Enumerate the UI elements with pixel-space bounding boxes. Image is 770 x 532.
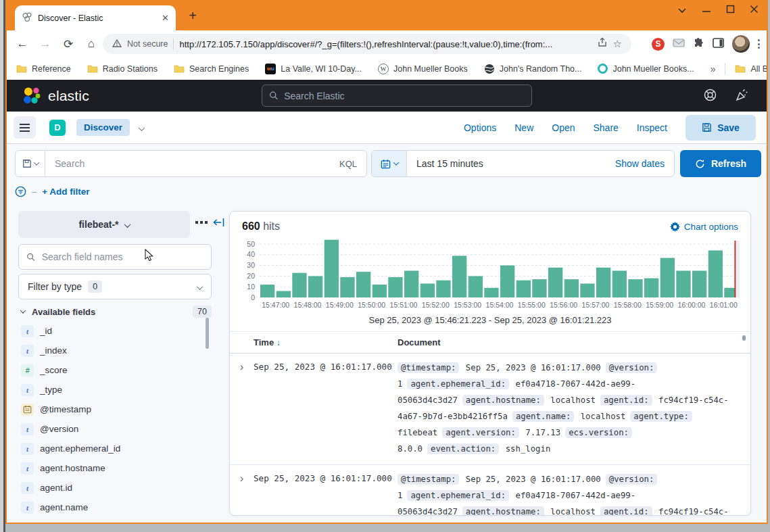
toolbar-link-open[interactable]: Open — [552, 122, 575, 133]
time-range-value[interactable]: Last 15 minutes — [407, 158, 615, 169]
histogram-bar[interactable] — [308, 276, 322, 297]
bookmark-item[interactable]: WJohn Mueller Books — [378, 64, 468, 74]
histogram-bar[interactable] — [276, 291, 291, 298]
histogram-bar[interactable] — [532, 279, 546, 297]
all-bookmarks-button[interactable]: All Bookmarks — [735, 64, 768, 74]
time-column-header[interactable]: Time ↓ — [254, 337, 398, 347]
refresh-button[interactable]: Refresh — [680, 150, 761, 177]
profile-avatar[interactable] — [732, 35, 750, 53]
field-item[interactable]: tagent.name — [21, 498, 200, 517]
bookmark-item[interactable]: Reference — [16, 64, 71, 74]
field-item[interactable]: t_index — [21, 341, 200, 360]
histogram-bar[interactable] — [580, 284, 594, 298]
elastic-logo[interactable]: elastic — [22, 86, 89, 106]
histogram-bar[interactable] — [484, 288, 498, 297]
doc-field-name[interactable]: agent.ephemeral_id: — [407, 379, 509, 389]
histogram-bar[interactable] — [468, 276, 483, 297]
screaming-frog-extension-icon[interactable]: S — [652, 38, 665, 51]
help-icon[interactable] — [703, 88, 717, 105]
histogram-bar[interactable] — [324, 240, 339, 297]
doc-field-name[interactable]: agent.name: — [512, 411, 574, 422]
field-item[interactable]: @timestamp — [21, 400, 200, 419]
window-menu-chevron-icon[interactable] — [677, 4, 687, 16]
document-row[interactable]: ›Sep 25, 2023 @ 16:01:17.000@timestamp: … — [230, 354, 750, 465]
index-pattern-select[interactable]: filebeat-* — [18, 211, 190, 238]
window-minimize-button[interactable] — [702, 4, 711, 16]
field-item[interactable]: t_type — [21, 380, 200, 400]
field-item[interactable]: t_id — [21, 321, 200, 341]
histogram-bar[interactable] — [548, 268, 562, 297]
chart-options-button[interactable]: Chart options — [670, 222, 738, 232]
doc-field-name[interactable]: agent.version: — [442, 427, 519, 438]
bookmark-item[interactable]: wuLa Valle, WI 10-Day... — [265, 64, 362, 74]
new-tab-button[interactable]: + — [184, 7, 201, 25]
side-panel-icon[interactable] — [713, 38, 724, 51]
date-picker-menu[interactable] — [372, 151, 407, 176]
doc-field-name[interactable]: agent.hostname: — [462, 506, 544, 516]
histogram-bar[interactable] — [292, 273, 306, 297]
home-button[interactable]: ⌂ — [80, 37, 103, 51]
reload-button[interactable]: ⟳ — [57, 37, 80, 51]
extensions-puzzle-icon[interactable] — [693, 37, 704, 51]
space-badge[interactable]: D — [49, 120, 66, 136]
histogram-bar[interactable] — [404, 271, 418, 298]
tab-close-icon[interactable]: ✕ — [162, 13, 169, 23]
histogram-bar[interactable] — [436, 281, 450, 297]
available-fields-header[interactable]: Available fields 70 — [21, 306, 212, 318]
histogram-bar[interactable] — [596, 268, 610, 297]
field-item[interactable]: tagent.hostname — [21, 458, 200, 478]
browser-tab[interactable]: Discover - Elastic ✕ — [15, 5, 176, 30]
nav-menu-icon[interactable] — [14, 116, 36, 139]
kql-search-input[interactable] — [45, 158, 339, 169]
add-filter-control[interactable]: – + Add filter — [15, 186, 90, 197]
filter-by-type-select[interactable]: Filter by type 0 — [18, 274, 212, 299]
table-scrollbar[interactable] — [742, 335, 746, 341]
field-item[interactable]: tagent.id — [21, 478, 200, 498]
doc-field-name[interactable]: ecs.version: — [565, 427, 632, 438]
window-close-button[interactable] — [750, 4, 759, 16]
toolbar-link-share[interactable]: Share — [594, 122, 619, 133]
doc-field-name[interactable]: agent.ephemeral_id: — [407, 490, 509, 501]
doc-field-name[interactable]: @timestamp: — [398, 362, 459, 373]
address-bar[interactable]: Not secure http://172.105.7.150/app/disc… — [103, 34, 631, 54]
doc-field-name[interactable]: agent.hostname: — [462, 395, 544, 406]
add-filter-button[interactable]: + Add filter — [42, 187, 89, 197]
histogram-bar[interactable] — [388, 277, 402, 297]
bookmark-star-icon[interactable]: ☆ — [613, 38, 622, 50]
expand-row-icon[interactable]: › — [230, 360, 254, 457]
sort-descending-icon[interactable]: ↓ — [276, 338, 281, 347]
global-search-input[interactable] — [284, 91, 525, 101]
histogram-bar[interactable] — [676, 271, 690, 298]
histogram-bar[interactable] — [452, 256, 466, 297]
global-search[interactable] — [262, 84, 532, 107]
doc-field-name[interactable]: agent.id: — [600, 506, 652, 516]
bookmarks-overflow-chevron[interactable]: » — [711, 64, 716, 74]
toolbar-link-inspect[interactable]: Inspect — [637, 122, 667, 133]
bookmark-item[interactable]: John Mueller Books... — [598, 64, 694, 74]
toolbar-link-new[interactable]: New — [514, 122, 533, 133]
histogram-bar[interactable] — [692, 271, 706, 298]
breadcrumb-app-name[interactable]: Discover — [76, 119, 130, 136]
forward-button[interactable]: → — [34, 37, 57, 51]
histogram-bar[interactable] — [500, 266, 514, 297]
histogram-bar[interactable] — [420, 284, 435, 298]
document-column-header[interactable]: Document — [398, 337, 441, 347]
doc-field-name[interactable]: @version: — [606, 474, 658, 485]
doc-field-name[interactable]: @version: — [606, 362, 658, 373]
doc-field-name[interactable]: @timestamp: — [398, 474, 459, 485]
histogram-bar[interactable] — [356, 272, 370, 297]
doc-field-name[interactable]: event.action: — [427, 443, 499, 454]
histogram-bar[interactable] — [708, 251, 723, 298]
field-item[interactable]: tagent.ephemeral_id — [21, 439, 200, 458]
expand-row-icon[interactable]: › — [230, 471, 254, 516]
window-maximize-button[interactable] — [726, 4, 735, 16]
histogram-bar[interactable] — [564, 279, 579, 297]
histogram-bar[interactable] — [372, 285, 387, 297]
histogram-bar[interactable] — [644, 279, 658, 297]
histogram-bar[interactable] — [612, 271, 627, 298]
query-language-label[interactable]: KQL — [339, 159, 366, 169]
browser-menu-icon[interactable] — [758, 39, 760, 49]
url-text[interactable]: http://172.105.7.150/app/discover#/?_g=(… — [179, 39, 591, 49]
fields-scrollbar[interactable] — [206, 318, 209, 349]
bookmark-item[interactable]: John's Random Tho... — [484, 64, 582, 74]
